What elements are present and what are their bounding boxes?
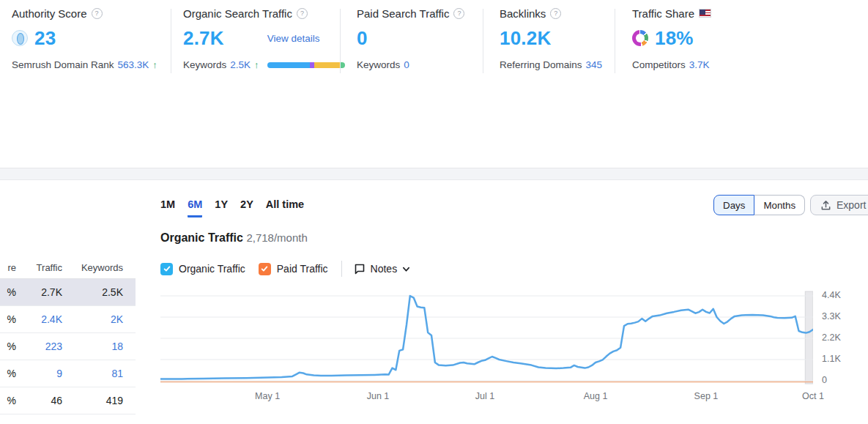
organic-traffic-label: Organic Search Traffic	[183, 7, 292, 20]
traffic-share-value: 18%	[655, 27, 694, 50]
table-cell-link[interactable]: 18	[62, 341, 123, 352]
legend-divider	[341, 261, 342, 277]
keywords-distribution-bar	[267, 62, 345, 68]
view-details-link[interactable]: View details	[267, 33, 320, 44]
range-tab-1y[interactable]: 1Y	[215, 198, 228, 217]
table-header-row: re Traffic Keywords	[0, 256, 136, 279]
table-cell: 2.5K	[62, 286, 123, 298]
keywords-count-link[interactable]: 2.5K	[230, 59, 251, 70]
keywords-label: Keywords	[357, 59, 400, 70]
table-cell-link[interactable]: 2.4K	[16, 313, 62, 325]
table-cell: 2.7K	[16, 286, 62, 298]
days-toggle-button[interactable]: Days	[713, 195, 754, 215]
organic-traffic-checkbox[interactable]	[160, 263, 173, 275]
column-header-share: re	[0, 262, 16, 273]
organic-traffic-line	[160, 296, 813, 379]
card-divider	[340, 9, 341, 73]
y-tick-label: 4.4K	[822, 290, 841, 300]
check-icon	[163, 264, 171, 273]
table-cell: %	[0, 313, 16, 325]
table-cell-link[interactable]: 81	[62, 368, 123, 379]
paid-traffic-label: Paid Search Traffic	[357, 7, 449, 20]
authority-gauge-icon	[12, 30, 28, 46]
organic-traffic-legend-label: Organic Traffic	[179, 263, 245, 275]
info-icon[interactable]: ?	[453, 8, 464, 19]
months-toggle-button[interactable]: Months	[754, 195, 805, 215]
column-header-traffic[interactable]: Traffic	[16, 262, 62, 273]
paid-traffic-checkbox[interactable]	[259, 263, 271, 275]
check-icon	[260, 264, 269, 273]
traffic-share-label: Traffic Share	[632, 7, 694, 20]
table-row[interactable]: %46419	[0, 387, 136, 414]
table-cell: %	[0, 368, 16, 379]
kw-bar-segment	[340, 62, 344, 68]
up-arrow-icon: ↑	[254, 59, 259, 70]
current-period-band	[805, 291, 813, 384]
domain-rank-link[interactable]: 563.3K	[118, 59, 149, 70]
authority-score-title: Authority Score ?	[12, 6, 166, 21]
range-tab-2y[interactable]: 2Y	[240, 198, 253, 217]
info-icon[interactable]: ?	[297, 8, 308, 19]
chart-subtitle: 2,718/month	[246, 231, 307, 244]
range-tab-6m[interactable]: 6M	[188, 198, 202, 217]
x-tick-label: Oct 1	[802, 391, 824, 401]
paid-traffic-value: 0	[357, 27, 368, 50]
competitors-table: re Traffic Keywords %2.7K2.5K%2.4K2K%223…	[0, 256, 136, 414]
traffic-trend-chart[interactable]	[160, 290, 813, 387]
domain-rank-label: Semrush Domain Rank	[12, 59, 114, 70]
x-tick-label: Jun 1	[367, 391, 390, 401]
x-tick-label: May 1	[255, 391, 280, 401]
card-divider	[171, 9, 171, 73]
range-tab-all-time[interactable]: All time	[266, 198, 304, 217]
notes-dropdown-button[interactable]: Notes	[354, 263, 411, 275]
referring-domains-label: Referring Domains	[500, 59, 582, 70]
kw-bar-segment	[314, 62, 340, 68]
date-range-tabs: 1M6M1Y2YAll time	[160, 198, 304, 217]
table-cell-link[interactable]: 9	[16, 368, 62, 379]
chart-title: Organic Traffic	[160, 231, 243, 244]
organic-traffic-card: Organic Search Traffic ? 2.7K View detai…	[183, 6, 330, 49]
authority-score-card: Authority Score ? 23 Semrush Domain Rank…	[12, 6, 166, 49]
y-tick-label: 2.2K	[822, 332, 841, 343]
table-cell: 419	[62, 395, 123, 406]
paid-traffic-card: Paid Search Traffic ? 0 Keywords 0	[357, 6, 478, 49]
table-row[interactable]: %981	[0, 360, 136, 387]
competitors-label: Competitors	[632, 59, 686, 70]
y-tick-label: 1.1K	[822, 354, 841, 364]
chevron-down-icon	[402, 265, 410, 273]
export-button-label: Export	[837, 199, 866, 211]
organic-traffic-value: 2.7K	[183, 27, 224, 50]
keywords-label: Keywords	[183, 59, 226, 70]
authority-score-value: 23	[34, 27, 56, 50]
us-flag-icon	[699, 9, 711, 18]
x-tick-label: Jul 1	[475, 391, 494, 401]
export-button[interactable]: Export	[810, 195, 868, 215]
table-cell: %	[0, 395, 16, 406]
table-row[interactable]: %22318	[0, 333, 136, 360]
backlinks-value: 10.2K	[500, 27, 551, 50]
paid-traffic-legend-label: Paid Traffic	[277, 263, 328, 275]
range-tab-1m[interactable]: 1M	[160, 198, 175, 217]
info-icon[interactable]: ?	[92, 8, 103, 19]
table-row[interactable]: %2.4K2K	[0, 306, 136, 333]
info-icon[interactable]: ?	[550, 8, 561, 19]
table-cell-link[interactable]: 2K	[62, 313, 123, 325]
y-tick-label: 3.3K	[822, 311, 841, 321]
competitors-link[interactable]: 3.7K	[689, 59, 710, 70]
backlinks-card: Backlinks ? 10.2K Referring Domains 345	[500, 6, 609, 49]
traffic-share-donut-icon	[632, 30, 648, 46]
granularity-toggle: Days Months	[713, 195, 805, 215]
table-cell-link[interactable]: 223	[16, 341, 62, 352]
x-tick-label: Aug 1	[584, 391, 608, 401]
kw-bar-segment	[267, 62, 310, 68]
referring-domains-link[interactable]: 345	[586, 59, 603, 70]
authority-score-label: Authority Score	[12, 7, 87, 20]
table-cell: %	[0, 286, 16, 298]
column-header-keywords[interactable]: Keywords	[62, 262, 123, 273]
card-divider	[483, 9, 483, 73]
keywords-count-link[interactable]: 0	[404, 59, 409, 70]
up-arrow-icon: ↑	[152, 59, 157, 70]
table-row[interactable]: %2.7K2.5K	[0, 279, 136, 306]
backlinks-label: Backlinks	[500, 7, 546, 20]
x-tick-label: Sep 1	[694, 391, 719, 401]
